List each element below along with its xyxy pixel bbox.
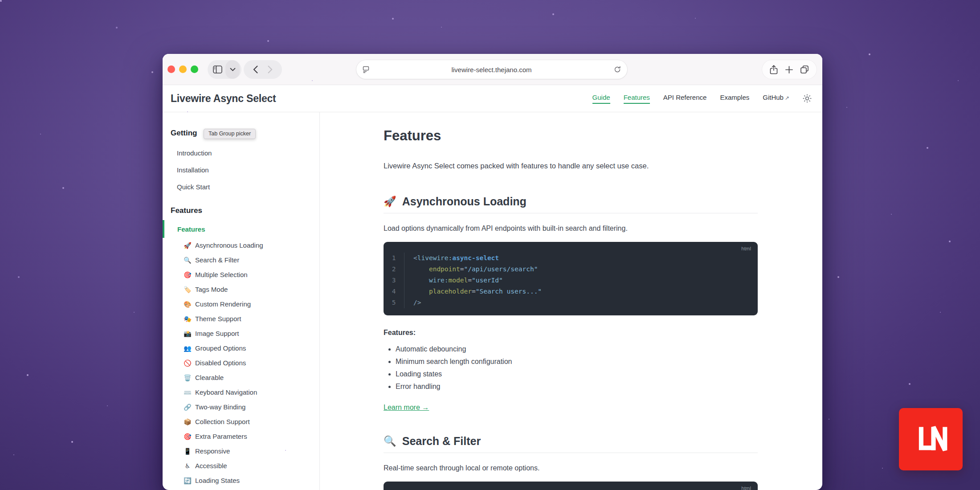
- sidebar-item[interactable]: 📱 Responsive: [163, 444, 319, 458]
- sidebar-options-chevron[interactable]: [225, 60, 240, 79]
- sidebar-list-getting: Introduction Installation Quick Start: [163, 144, 319, 195]
- nav-examples[interactable]: Examples: [720, 94, 749, 104]
- bullet-item: Minimum search length configuration: [396, 355, 758, 368]
- code-line: 5/>: [384, 297, 758, 308]
- item-emoji-icon: ⌨️: [183, 389, 192, 396]
- item-emoji-icon: 🔗: [183, 404, 192, 411]
- item-emoji-icon: ♿: [183, 462, 192, 470]
- sidebar-item-label: Tags Mode: [195, 286, 228, 293]
- minimize-window-button[interactable]: [179, 65, 187, 73]
- item-emoji-icon: 🔄: [183, 477, 192, 484]
- back-button[interactable]: [253, 65, 258, 74]
- site-header: Livewire Async Select Guide Features API…: [163, 85, 822, 112]
- sidebar-item[interactable]: 🗑️ Clearable: [163, 370, 319, 385]
- reload-icon[interactable]: [614, 66, 621, 73]
- sidebar-item[interactable]: 🎯 Extra Parameters: [163, 429, 319, 444]
- sidebar-item-label: Two-way Binding: [195, 403, 245, 411]
- sidebar-item[interactable]: 📸 Image Support: [163, 326, 319, 341]
- code-language-badge: html: [741, 246, 751, 251]
- code-lines: 1<livewire:async-select2 endpoint="/api/…: [384, 253, 758, 308]
- url-text[interactable]: livewire-select.thejano.com: [369, 66, 614, 74]
- features-label: Features:: [384, 328, 758, 338]
- sidebar-item-label: Extra Parameters: [195, 433, 247, 440]
- item-emoji-icon: 📱: [183, 448, 192, 455]
- nav-api-reference[interactable]: API Reference: [663, 94, 707, 104]
- sidebar-item[interactable]: Installation: [163, 161, 319, 178]
- share-icon[interactable]: [770, 65, 778, 74]
- theme-toggle-button[interactable]: [803, 94, 812, 103]
- sidebar-item-label: Collection Support: [195, 418, 250, 425]
- desktop-background: livewire-select.thejano.com: [0, 0, 980, 490]
- item-emoji-icon: 🚫: [183, 359, 192, 367]
- sidebar-item[interactable]: 👥 Grouped Options: [163, 341, 319, 355]
- sidebar-item[interactable]: ⌨️ Keyboard Navigation: [163, 385, 319, 400]
- bullet-item: Loading states: [396, 368, 758, 380]
- section-heading-async-loading: 🚀 Asynchronous Loading: [384, 194, 758, 213]
- item-emoji-icon: 🚀: [183, 242, 192, 249]
- sidebar-item-label: Theme Support: [195, 315, 241, 323]
- nav-features[interactable]: Features: [624, 94, 650, 104]
- sidebar-item-label: Installation: [177, 166, 209, 174]
- tab-overview-icon[interactable]: [800, 65, 809, 74]
- history-nav-group: [244, 60, 282, 79]
- bullet-item: Automatic debouncing: [396, 343, 758, 355]
- sidebar-item[interactable]: ♿ Accessible: [163, 458, 319, 473]
- sidebar-item[interactable]: 🔄 Loading States: [163, 473, 319, 488]
- sidebar-item[interactable]: 🚀 Asynchronous Loading: [163, 238, 319, 253]
- ln-logo: LN: [899, 408, 963, 470]
- section-description: Real-time search through local or remote…: [384, 464, 758, 473]
- close-window-button[interactable]: [167, 65, 175, 73]
- sidebar-item-label: Loading States: [195, 477, 240, 484]
- sidebar-item[interactable]: 📦 Collection Support: [163, 414, 319, 429]
- address-bar[interactable]: livewire-select.thejano.com: [356, 60, 627, 79]
- nav-github-label: GitHub: [763, 94, 784, 101]
- zoom-window-button[interactable]: [191, 65, 198, 73]
- sidebar-item[interactable]: 🔗 Two-way Binding: [163, 400, 319, 414]
- sidebar-item-label: Asynchronous Loading: [195, 241, 263, 249]
- sidebar-toggle-icon[interactable]: [208, 65, 227, 74]
- code-line: 3 wire:model="userId": [384, 275, 758, 286]
- item-emoji-icon: 📸: [183, 330, 192, 337]
- sidebar-item-label: Multiple Selection: [195, 271, 248, 278]
- new-tab-icon[interactable]: [785, 66, 793, 74]
- toolbar-right-group: [762, 60, 817, 79]
- sidebar-heading-features: Features: [163, 206, 319, 216]
- section-title: Asynchronous Loading: [402, 194, 527, 208]
- code-line: 2 endpoint="/api/users/search": [384, 264, 758, 275]
- sidebar-item[interactable]: 🏷️ Tags Mode: [163, 282, 319, 297]
- nav-guide[interactable]: Guide: [592, 94, 610, 104]
- sidebar-item[interactable]: ✅: [163, 488, 319, 490]
- nav-github[interactable]: GitHub↗: [763, 94, 789, 104]
- sidebar-toggle-group: [208, 60, 241, 79]
- sidebar-item-label: Features: [177, 225, 205, 233]
- reader-view-icon[interactable]: [363, 66, 369, 73]
- sidebar-item-label: Keyboard Navigation: [195, 388, 257, 396]
- section-description: Load options dynamically from API endpoi…: [384, 224, 758, 233]
- sidebar-item[interactable]: 🎯 Multiple Selection: [163, 267, 319, 282]
- sidebar-item[interactable]: Quick Start: [163, 178, 319, 195]
- site-title: Livewire Async Select: [171, 93, 276, 105]
- feature-bullet-list: Automatic debouncingMinimum search lengt…: [384, 343, 758, 393]
- tab-group-picker-tooltip: Tab Group picker: [204, 129, 256, 139]
- item-emoji-icon: 👥: [183, 345, 192, 352]
- forward-button[interactable]: [268, 65, 273, 74]
- sidebar-item[interactable]: 🔍 Search & Filter: [163, 253, 319, 267]
- sidebar-item-features-active[interactable]: Features: [163, 220, 319, 238]
- sidebar-item-label: Search & Filter: [195, 256, 239, 264]
- item-emoji-icon: 📦: [183, 418, 192, 425]
- sidebar-item-label: Introduction: [177, 149, 212, 157]
- sidebar-item[interactable]: 🚫 Disabled Options: [163, 355, 319, 370]
- sidebar-item-label: Clearable: [195, 374, 224, 381]
- magnifier-icon: 🔍: [384, 434, 396, 448]
- sidebar-item-label: Disabled Options: [195, 359, 246, 367]
- section-heading-search-filter: 🔍 Search & Filter: [384, 434, 758, 453]
- docs-sidebar: Tab Group picker Getting Introduction In…: [163, 112, 320, 490]
- sidebar-item-label: Responsive: [195, 447, 230, 455]
- item-emoji-icon: 🗑️: [183, 374, 192, 381]
- sidebar-item-label: Custom Rendering: [195, 300, 251, 308]
- sidebar-item[interactable]: Introduction: [163, 144, 319, 161]
- item-emoji-icon: 🎨: [183, 301, 192, 308]
- sidebar-item[interactable]: 🎭 Theme Support: [163, 311, 319, 326]
- sidebar-item[interactable]: 🎨 Custom Rendering: [163, 297, 319, 311]
- learn-more-link[interactable]: Learn more →: [384, 404, 429, 412]
